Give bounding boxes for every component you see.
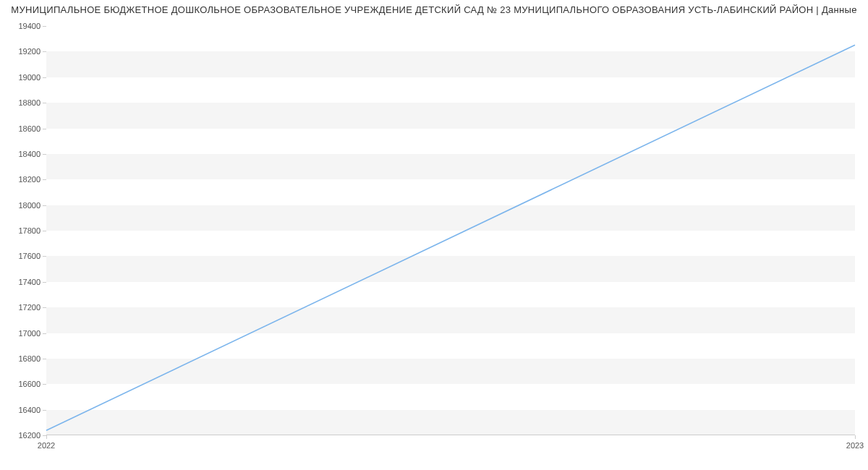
y-tick-mark — [43, 154, 46, 155]
x-tick-label: 2023 — [846, 441, 864, 450]
y-tick-label: 17000 — [6, 329, 41, 338]
y-tick-label: 18000 — [6, 201, 41, 210]
y-tick-label: 19400 — [6, 22, 41, 30]
y-tick-label: 16200 — [6, 431, 41, 440]
plot-area: 1620016400166001680017000172001740017600… — [46, 26, 855, 435]
y-tick-label: 18400 — [6, 150, 41, 158]
y-tick-mark — [43, 205, 46, 206]
y-tick-label: 17400 — [6, 278, 41, 286]
y-tick-mark — [43, 410, 46, 411]
y-tick-mark — [43, 231, 46, 231]
y-tick-label: 16800 — [6, 354, 41, 363]
y-tick-label: 19200 — [6, 47, 41, 56]
y-tick-label: 17200 — [6, 303, 41, 312]
y-tick-label: 18200 — [6, 175, 41, 184]
y-tick-label: 18800 — [6, 98, 41, 107]
y-tick-label: 16600 — [6, 380, 41, 388]
chart-container: 1620016400166001680017000172001740017600… — [0, 19, 868, 448]
y-tick-mark — [43, 307, 46, 308]
y-tick-mark — [43, 77, 46, 78]
y-tick-mark — [43, 51, 46, 52]
y-tick-label: 16400 — [6, 406, 41, 414]
y-tick-mark — [43, 26, 46, 27]
y-tick-mark — [43, 179, 46, 180]
y-tick-mark — [43, 333, 46, 334]
y-tick-mark — [43, 129, 46, 129]
y-tick-mark — [43, 384, 46, 385]
x-tick-mark — [46, 435, 47, 439]
y-tick-mark — [43, 282, 46, 283]
y-tick-mark — [43, 359, 46, 359]
chart-title: МУНИЦИПАЛЬНОЕ БЮДЖЕТНОЕ ДОШКОЛЬНОЕ ОБРАЗ… — [0, 0, 868, 18]
y-tick-label: 17800 — [6, 226, 41, 235]
y-tick-label: 17600 — [6, 252, 41, 260]
y-tick-label: 18600 — [6, 124, 41, 133]
y-tick-label: 19000 — [6, 73, 41, 82]
x-tick-mark — [855, 435, 856, 439]
line-series — [46, 26, 855, 435]
x-tick-label: 2022 — [38, 441, 55, 450]
y-tick-mark — [43, 103, 46, 103]
y-tick-mark — [43, 256, 46, 257]
